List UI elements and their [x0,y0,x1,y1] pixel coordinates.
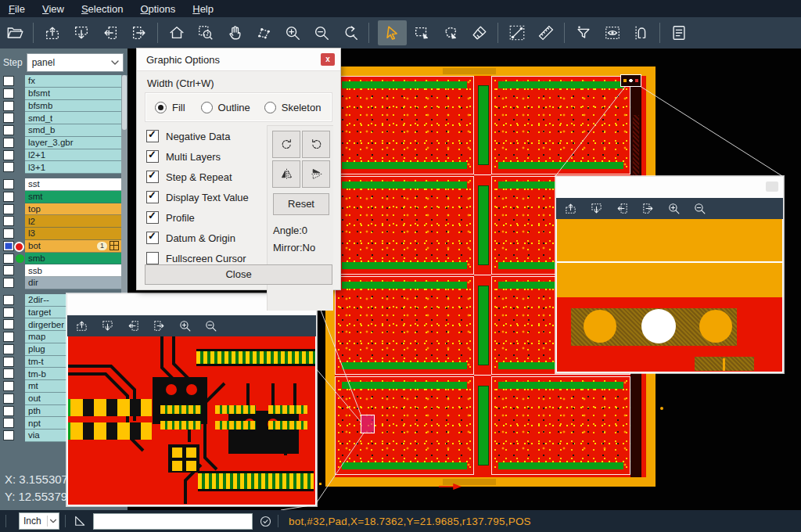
layer-name[interactable]: smd_b [25,125,56,135]
rotate-ccw-button[interactable] [302,131,330,158]
layer-name[interactable]: smb [25,253,45,263]
layer-row[interactable]: ssb [0,264,121,277]
magnifier-window-tooling[interactable] [555,176,784,373]
layer-name[interactable]: sst [25,179,40,189]
layer-name[interactable]: l2 [25,217,35,226]
layer-row[interactable]: bfsmb [0,100,121,113]
scroll-down-button[interactable] [66,20,95,45]
layer-visibility-checkbox[interactable] [3,430,14,440]
layer-visibility-checkbox[interactable] [3,394,14,404]
layer-name[interactable]: l3 [25,228,35,238]
layer-name[interactable]: bfsmb [25,101,52,110]
scroll-down-icon[interactable] [101,319,114,332]
layer-visibility-checkbox[interactable] [3,406,14,416]
layer-row-active[interactable]: bot 1 [0,240,121,253]
menu-selection[interactable]: Selection [73,2,131,16]
layer-row[interactable]: smd_t [0,112,121,124]
step-repeat-grid-icon[interactable] [110,241,119,250]
zoom-in-icon[interactable] [667,202,681,215]
measure-distance-button[interactable] [502,20,531,45]
rotate-cw-button[interactable] [272,131,300,158]
layer-visibility-checkbox[interactable] [3,204,14,214]
layer-visibility-checkbox[interactable] [3,241,14,251]
dialog-title-bar[interactable]: Graphic Options [137,49,340,71]
checkbox-display-text-value[interactable]: Display Text Value [146,189,249,205]
layer-name[interactable]: map [25,332,45,341]
layer-name[interactable]: plug [25,344,45,354]
layer-visibility-checkbox[interactable] [3,307,14,318]
layer-visibility-checkbox[interactable] [3,344,14,354]
layer-row[interactable]: smt [0,191,121,203]
zoom-out-icon[interactable] [693,202,706,215]
radio-outline[interactable]: Outline [201,102,250,113]
magnified-region-marker-top-right[interactable] [620,74,641,87]
layer-name[interactable]: l2+1 [25,150,45,160]
command-input[interactable] [93,513,253,530]
magnified-pcb-view[interactable] [557,219,782,372]
scroll-right-icon[interactable] [153,319,166,332]
layer-visibility-checkbox[interactable] [3,113,14,123]
layer-visibility-checkbox[interactable] [3,332,14,342]
layer-visibility-checkbox[interactable] [3,216,14,226]
checkbox-multi-layers[interactable]: Multi Layers [146,149,221,164]
mirror-vertical-button[interactable] [302,160,330,188]
menu-options[interactable]: Options [131,2,184,16]
menu-file[interactable]: File [0,2,34,16]
scroll-left-icon[interactable] [127,319,140,332]
zoom-in-icon[interactable] [178,319,192,332]
layer-row[interactable]: l3 [0,228,121,240]
layer-row[interactable]: smb [0,253,121,265]
layer-visibility-checkbox[interactable] [3,357,14,367]
zoom-window-button[interactable] [191,20,220,45]
scroll-right-button[interactable] [124,20,153,45]
scrollbar-thumb[interactable] [122,75,127,130]
layer-name[interactable]: layer_3.gbr [25,138,74,147]
scroll-left-icon[interactable] [616,202,629,215]
layer-name[interactable]: bfsmt [25,88,50,98]
layer-visibility-checkbox[interactable] [3,88,14,99]
reset-button[interactable]: Reset [273,193,329,215]
layer-name[interactable]: out [25,394,41,403]
checkbox-step-repeat[interactable]: Step & Repeat [146,169,232,185]
checkbox-profile[interactable]: Profile [146,210,195,225]
layer-visibility-checkbox[interactable] [3,253,14,264]
select-rectangle-button[interactable] [407,20,436,45]
scroll-left-button[interactable] [95,20,124,45]
scroll-up-icon[interactable] [564,202,577,215]
layer-name[interactable]: ssb [25,266,42,275]
menu-view[interactable]: View [34,2,73,16]
layer-visibility-checkbox[interactable] [3,76,14,86]
zoom-out-icon[interactable] [204,319,217,332]
step-select[interactable]: panel [27,53,124,72]
history-check-icon[interactable] [259,515,272,528]
scroll-up-button[interactable] [38,20,66,45]
notes-panel-button[interactable] [664,20,693,45]
layer-visibility-checkbox[interactable] [3,381,14,391]
layer-name[interactable]: smd_t [25,113,52,123]
snap-button[interactable] [627,20,656,45]
layer-visibility-checkbox[interactable] [3,138,14,148]
scroll-up-icon[interactable] [75,319,88,332]
layer-row[interactable]: smd_b [0,124,121,137]
layer-row[interactable]: bfsmt [0,88,121,100]
layer-name[interactable]: tm-t [25,357,44,366]
layer-row[interactable]: l3+1 [0,161,121,174]
layer-visibility-checkbox[interactable] [3,101,14,111]
close-button[interactable]: Close [145,264,332,285]
zoom-out-button[interactable] [307,20,336,45]
layer-visibility-checkbox[interactable] [3,295,14,305]
magnified-region-marker-bottom-left[interactable] [361,415,375,433]
checkbox-negative-data[interactable]: Negative Data [146,128,230,144]
layer-name[interactable]: mt [25,381,38,390]
layer-visibility-checkbox[interactable] [3,278,14,288]
layer-visibility-checkbox[interactable] [3,125,14,135]
select-polygon-button[interactable] [436,20,465,45]
layer-visibility-checkbox[interactable] [3,150,14,160]
layer-row[interactable]: l2 [0,215,121,228]
layer-visibility-checkbox[interactable] [3,162,14,172]
open-file-button[interactable] [0,20,29,45]
layer-name[interactable]: top [25,204,41,214]
layer-name[interactable]: 2dir-- [25,295,49,304]
layer-visibility-checkbox[interactable] [3,368,14,379]
zoom-polygon-button[interactable] [249,20,278,45]
